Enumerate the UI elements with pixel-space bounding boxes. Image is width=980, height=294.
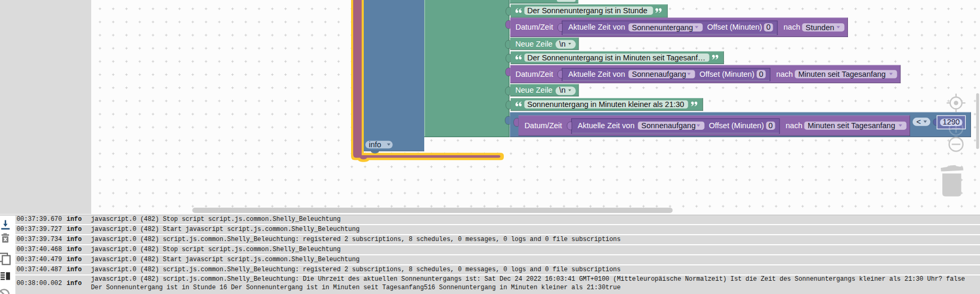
svg-text:Sonnenaufgang: Sonnenaufgang: [632, 70, 686, 78]
svg-text:Minuten seit Tagesanfang: Minuten seit Tagesanfang: [808, 121, 895, 130]
svg-text:Aktuelle Zeit von: Aktuelle Zeit von: [578, 121, 634, 130]
svg-text:Offset (Minuten): Offset (Minuten): [709, 121, 764, 130]
svg-text:\n: \n: [559, 86, 566, 94]
svg-text:Neue Zeile: Neue Zeile: [515, 40, 553, 48]
svg-text:Datum/Zeit: Datum/Zeit: [524, 121, 562, 130]
svg-text:nach: nach: [786, 121, 802, 130]
svg-text:Sonnenuntergang: Sonnenuntergang: [632, 23, 693, 32]
svg-text:Sonnenuntergang in Minuten kle: Sonnenuntergang in Minuten kleiner als 2…: [527, 100, 684, 109]
svg-text:Der Sonnenuntergang ist in Min: Der Sonnenuntergang ist in Minuten seit …: [527, 54, 705, 62]
svg-text:Neue Zeile: Neue Zeile: [515, 86, 553, 94]
svg-text:Offset (Minuten): Offset (Minuten): [699, 70, 755, 78]
svg-text:<: <: [916, 118, 921, 126]
svg-text:Aktuelle Zeit von: Aktuelle Zeit von: [568, 23, 625, 31]
svg-text:Der Sonnenuntergang ist in Stu: Der Sonnenuntergang ist in Stunde: [527, 6, 648, 15]
svg-text:nach: nach: [784, 23, 800, 31]
svg-text:nach: nach: [776, 70, 793, 78]
svg-text:Stunden: Stunden: [806, 23, 834, 32]
svg-text:Sonnenaufgang: Sonnenaufgang: [641, 121, 695, 130]
svg-text:0: 0: [768, 121, 773, 130]
svg-text:Datum/Zeit: Datum/Zeit: [515, 23, 553, 31]
svg-text:0: 0: [759, 70, 763, 78]
svg-text:info: info: [369, 140, 381, 149]
svg-text:Datum/Zeit: Datum/Zeit: [515, 70, 553, 78]
svg-text:Offset (Minuten): Offset (Minuten): [707, 23, 763, 31]
svg-text:0: 0: [766, 23, 771, 31]
svg-text:Aktuelle Zeit von: Aktuelle Zeit von: [568, 70, 625, 78]
svg-text:\n: \n: [559, 40, 566, 48]
svg-text:Minuten seit Tagesanfang: Minuten seit Tagesanfang: [798, 70, 886, 78]
